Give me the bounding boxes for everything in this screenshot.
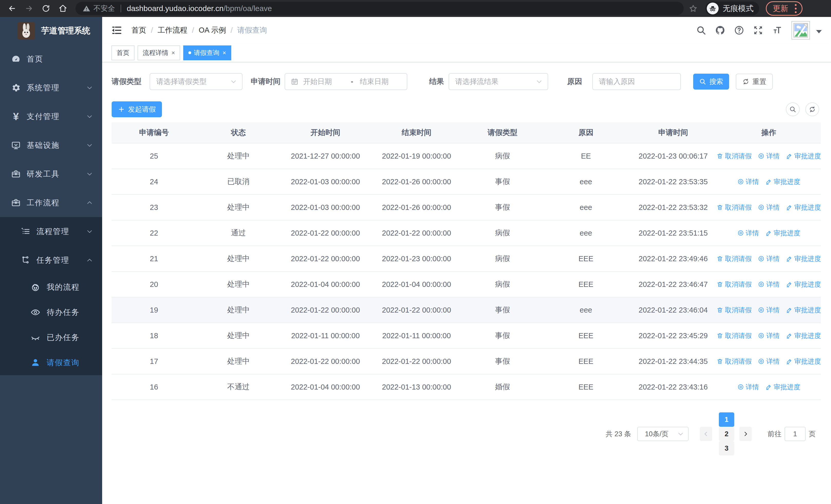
update-label[interactable]: 更新 <box>773 3 788 14</box>
create-leave-button[interactable]: 发起请假 <box>112 101 162 117</box>
hide-search-icon-button[interactable] <box>786 102 800 116</box>
action-cancel-link[interactable]: 取消请假 <box>717 306 752 315</box>
page-size-select[interactable]: 10条/页 <box>637 427 689 441</box>
delete-icon <box>717 358 723 365</box>
next-page-button[interactable] <box>739 427 752 441</box>
cell-status: 处理中 <box>196 272 281 297</box>
action-progress-link[interactable]: 审批进度 <box>786 357 821 366</box>
apply-time-label: 申请时间 <box>251 77 281 87</box>
breadcrumb-item[interactable]: OA 示例 <box>199 25 226 35</box>
fullscreen-icon[interactable] <box>753 25 763 35</box>
action-detail-link[interactable]: 详情 <box>758 331 780 340</box>
action-progress-link[interactable]: 审批进度 <box>765 177 800 186</box>
column-header: 申请编号 <box>112 122 196 143</box>
sidebar-fold-icon[interactable] <box>111 25 122 36</box>
reload-icon[interactable] <box>41 4 51 13</box>
action-cancel-link[interactable]: 取消请假 <box>717 357 752 366</box>
sidebar-item-home[interactable]: 首页 <box>0 45 102 73</box>
action-detail-link[interactable]: 详情 <box>758 280 780 289</box>
sidebar-item-payment[interactable]: ¥支付管理 <box>0 102 102 131</box>
action-detail-link[interactable]: 详情 <box>758 306 780 315</box>
sidebar-item-infra[interactable]: 基础设施 <box>0 131 102 159</box>
cell-start-time: 2022-01-22 00:00:00 <box>281 220 370 245</box>
reason-input[interactable] <box>599 78 674 86</box>
cell-status: 处理中 <box>196 246 281 271</box>
action-cancel-link[interactable]: 取消请假 <box>717 331 752 340</box>
close-tab-icon[interactable]: × <box>223 49 226 56</box>
page-button-3[interactable]: 3 <box>719 441 734 455</box>
cell-apply-time: 2022-01-22 23:51:15 <box>630 220 717 245</box>
reset-button[interactable]: 重置 <box>736 73 773 90</box>
action-detail-link[interactable]: 详情 <box>758 203 780 212</box>
action-progress-link[interactable]: 审批进度 <box>786 280 821 289</box>
forward-icon[interactable] <box>24 4 34 13</box>
action-detail-link[interactable]: 详情 <box>737 229 759 238</box>
security-warning-label[interactable]: 不安全 <box>93 4 115 13</box>
action-detail-link[interactable]: 详情 <box>737 383 759 392</box>
cell-apply-time: 2022-01-22 23:46:47 <box>630 272 717 297</box>
action-detail-link[interactable]: 详情 <box>737 177 759 186</box>
action-progress-link[interactable]: 审批进度 <box>765 229 800 238</box>
browser-update-chip[interactable]: 更新 <box>766 1 803 16</box>
home-icon[interactable] <box>58 4 68 13</box>
header-search-icon[interactable] <box>696 25 706 35</box>
action-progress-link[interactable]: 审批进度 <box>786 203 821 212</box>
font-size-icon[interactable] <box>772 25 782 35</box>
action-progress-link[interactable]: 审批进度 <box>786 254 821 263</box>
sidebar-item-task-mgmt[interactable]: 任务管理 <box>0 246 102 274</box>
action-cancel-link[interactable]: 取消请假 <box>717 280 752 289</box>
tab-process-detail[interactable]: 流程详情× <box>138 46 180 60</box>
search-button[interactable]: 搜索 <box>693 73 729 90</box>
sidebar-item-done-tasks[interactable]: 已办任务 <box>0 325 102 350</box>
action-detail-link[interactable]: 详情 <box>758 357 780 366</box>
back-icon[interactable] <box>7 4 17 13</box>
refresh-table-icon-button[interactable] <box>805 102 819 116</box>
page-button-2[interactable]: 2 <box>719 427 734 441</box>
breadcrumb-item[interactable]: 工作流程 <box>157 25 188 35</box>
sidebar-item-todo-tasks[interactable]: 待办任务 <box>0 300 102 325</box>
action-progress-link[interactable]: 审批进度 <box>786 152 821 161</box>
security-warning-icon[interactable] <box>83 5 90 12</box>
start-date-placeholder[interactable]: 开始日期 <box>303 77 344 87</box>
sidebar-item-devtools[interactable]: 研发工具 <box>0 159 102 188</box>
sidebar-item-process-mgmt[interactable]: 流程管理 <box>0 217 102 246</box>
action-detail-link[interactable]: 详情 <box>758 254 780 263</box>
browser-menu-icon[interactable] <box>793 3 798 14</box>
prev-page-button[interactable] <box>700 427 712 441</box>
column-header: 原因 <box>542 122 630 143</box>
action-cancel-link[interactable]: 取消请假 <box>717 254 752 263</box>
sidebar-item-leave-query[interactable]: 请假查询 <box>0 350 102 375</box>
sidebar-item-system[interactable]: 系统管理 <box>0 73 102 102</box>
delete-icon <box>717 153 723 159</box>
table-row: 21处理中2022-01-22 00:00:002022-01-23 00:00… <box>112 246 821 272</box>
bookmark-star-icon[interactable] <box>688 4 698 13</box>
cell-end-time: 2022-01-13 00:00:00 <box>370 375 463 399</box>
action-progress-link[interactable]: 审批进度 <box>786 306 821 315</box>
goto-page-input[interactable] <box>784 427 806 441</box>
tab-home[interactable]: 首页 <box>111 46 135 60</box>
result-select[interactable]: 请选择流结果 <box>449 73 548 90</box>
action-progress-link[interactable]: 审批进度 <box>765 383 800 392</box>
avatar[interactable] <box>792 21 810 39</box>
column-header: 申请时间 <box>630 122 717 143</box>
breadcrumb-item[interactable]: 首页 <box>132 25 146 35</box>
page-button-1[interactable]: 1 <box>719 412 734 427</box>
cell-leave-type: 病假 <box>463 246 542 271</box>
sidebar-item-my-process[interactable]: 我的流程 <box>0 274 102 300</box>
breadcrumb-separator: / <box>192 26 194 35</box>
end-date-placeholder[interactable]: 结束日期 <box>360 77 401 87</box>
tab-leave-query[interactable]: 请假查询× <box>183 46 231 60</box>
action-progress-link[interactable]: 审批进度 <box>786 331 821 340</box>
gear-icon <box>11 83 21 93</box>
action-cancel-link[interactable]: 取消请假 <box>717 152 752 161</box>
close-tab-icon[interactable]: × <box>171 49 175 56</box>
avatar-caret-icon[interactable] <box>816 30 822 33</box>
apply-time-range-picker[interactable]: 开始日期 - 结束日期 <box>285 73 407 90</box>
help-icon[interactable] <box>734 25 744 35</box>
action-detail-link[interactable]: 详情 <box>758 152 780 161</box>
address-bar[interactable]: 不安全 dashboard.yudao.iocoder.cn/bpm/oa/le… <box>76 2 684 15</box>
github-icon[interactable] <box>715 25 725 35</box>
action-cancel-link[interactable]: 取消请假 <box>717 203 752 212</box>
leave-type-select[interactable]: 请选择请假类型 <box>150 73 242 90</box>
sidebar-item-workflow[interactable]: 工作流程 <box>0 188 102 217</box>
